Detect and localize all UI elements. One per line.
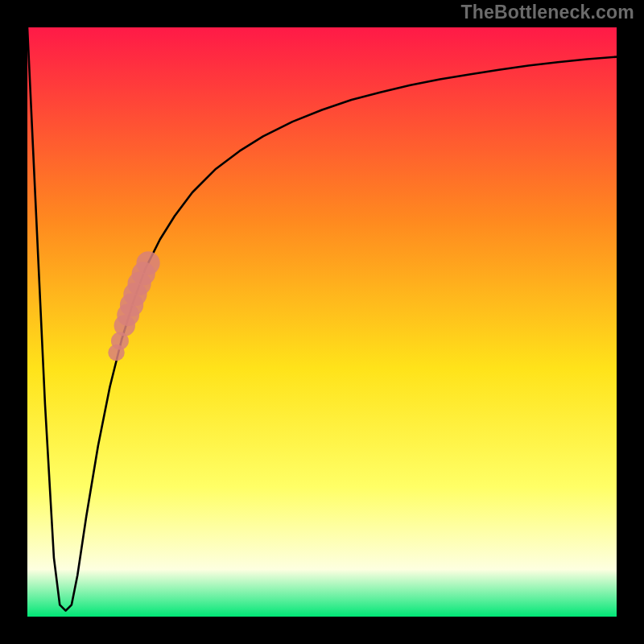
chart-svg bbox=[0, 0, 644, 644]
chart-stage: TheBottleneck.com bbox=[0, 0, 644, 644]
frame-right bbox=[617, 0, 644, 644]
frame-bottom bbox=[0, 617, 644, 644]
watermark-label: TheBottleneck.com bbox=[460, 2, 634, 23]
lower-highlight-bottom bbox=[108, 345, 125, 361]
frame-left bbox=[0, 0, 27, 644]
